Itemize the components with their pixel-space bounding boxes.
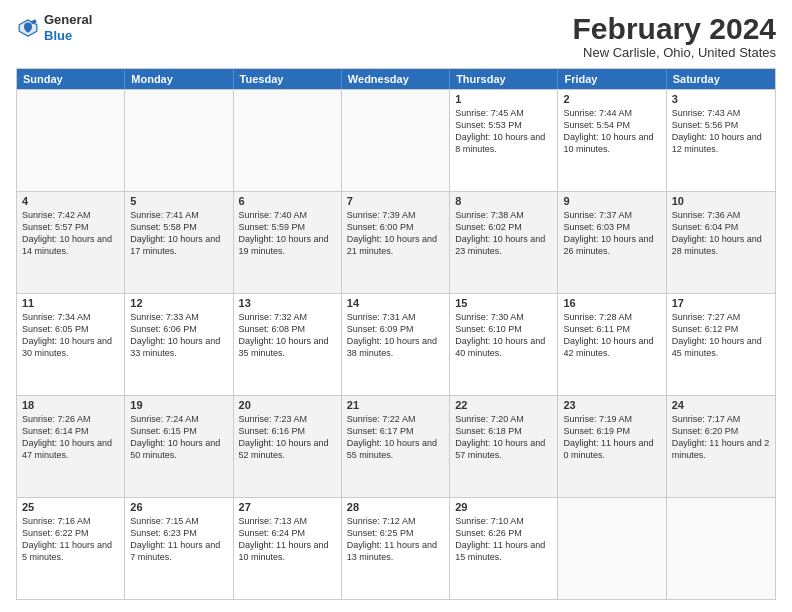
cell-info: Sunrise: 7:38 AM Sunset: 6:02 PM Dayligh… bbox=[455, 209, 552, 258]
cell-date: 1 bbox=[455, 93, 552, 105]
cell-info: Sunrise: 7:13 AM Sunset: 6:24 PM Dayligh… bbox=[239, 515, 336, 564]
cell-info: Sunrise: 7:19 AM Sunset: 6:19 PM Dayligh… bbox=[563, 413, 660, 462]
logo-icon bbox=[16, 16, 40, 40]
cell-date: 12 bbox=[130, 297, 227, 309]
calendar-cell-day-19: 19Sunrise: 7:24 AM Sunset: 6:15 PM Dayli… bbox=[125, 396, 233, 497]
cell-date: 18 bbox=[22, 399, 119, 411]
calendar-cell-day-14: 14Sunrise: 7:31 AM Sunset: 6:09 PM Dayli… bbox=[342, 294, 450, 395]
cell-info: Sunrise: 7:37 AM Sunset: 6:03 PM Dayligh… bbox=[563, 209, 660, 258]
cell-date: 2 bbox=[563, 93, 660, 105]
cell-date: 15 bbox=[455, 297, 552, 309]
calendar-cell-empty bbox=[558, 498, 666, 599]
cell-date: 6 bbox=[239, 195, 336, 207]
calendar-week-5: 25Sunrise: 7:16 AM Sunset: 6:22 PM Dayli… bbox=[17, 497, 775, 599]
cell-info: Sunrise: 7:31 AM Sunset: 6:09 PM Dayligh… bbox=[347, 311, 444, 360]
cell-info: Sunrise: 7:41 AM Sunset: 5:58 PM Dayligh… bbox=[130, 209, 227, 258]
calendar-subtitle: New Carlisle, Ohio, United States bbox=[573, 45, 776, 60]
cell-date: 28 bbox=[347, 501, 444, 513]
calendar-cell-day-5: 5Sunrise: 7:41 AM Sunset: 5:58 PM Daylig… bbox=[125, 192, 233, 293]
header-friday: Friday bbox=[558, 69, 666, 89]
cell-date: 25 bbox=[22, 501, 119, 513]
logo-general: General bbox=[44, 12, 92, 28]
calendar-cell-day-24: 24Sunrise: 7:17 AM Sunset: 6:20 PM Dayli… bbox=[667, 396, 775, 497]
cell-date: 19 bbox=[130, 399, 227, 411]
cell-date: 11 bbox=[22, 297, 119, 309]
calendar-cell-day-23: 23Sunrise: 7:19 AM Sunset: 6:19 PM Dayli… bbox=[558, 396, 666, 497]
calendar-cell-day-13: 13Sunrise: 7:32 AM Sunset: 6:08 PM Dayli… bbox=[234, 294, 342, 395]
calendar-cell-empty bbox=[234, 90, 342, 191]
cell-date: 29 bbox=[455, 501, 552, 513]
calendar-cell-day-16: 16Sunrise: 7:28 AM Sunset: 6:11 PM Dayli… bbox=[558, 294, 666, 395]
calendar-body: 1Sunrise: 7:45 AM Sunset: 5:53 PM Daylig… bbox=[17, 89, 775, 599]
header-tuesday: Tuesday bbox=[234, 69, 342, 89]
cell-info: Sunrise: 7:26 AM Sunset: 6:14 PM Dayligh… bbox=[22, 413, 119, 462]
calendar-title: February 2024 bbox=[573, 12, 776, 45]
cell-info: Sunrise: 7:42 AM Sunset: 5:57 PM Dayligh… bbox=[22, 209, 119, 258]
header: General Blue February 2024 New Carlisle,… bbox=[16, 12, 776, 60]
cell-info: Sunrise: 7:40 AM Sunset: 5:59 PM Dayligh… bbox=[239, 209, 336, 258]
calendar-cell-day-7: 7Sunrise: 7:39 AM Sunset: 6:00 PM Daylig… bbox=[342, 192, 450, 293]
calendar-cell-day-15: 15Sunrise: 7:30 AM Sunset: 6:10 PM Dayli… bbox=[450, 294, 558, 395]
header-saturday: Saturday bbox=[667, 69, 775, 89]
cell-date: 26 bbox=[130, 501, 227, 513]
calendar-cell-day-8: 8Sunrise: 7:38 AM Sunset: 6:02 PM Daylig… bbox=[450, 192, 558, 293]
cell-info: Sunrise: 7:28 AM Sunset: 6:11 PM Dayligh… bbox=[563, 311, 660, 360]
calendar-cell-empty bbox=[17, 90, 125, 191]
cell-info: Sunrise: 7:24 AM Sunset: 6:15 PM Dayligh… bbox=[130, 413, 227, 462]
cell-info: Sunrise: 7:12 AM Sunset: 6:25 PM Dayligh… bbox=[347, 515, 444, 564]
calendar-week-2: 4Sunrise: 7:42 AM Sunset: 5:57 PM Daylig… bbox=[17, 191, 775, 293]
cell-date: 27 bbox=[239, 501, 336, 513]
cell-info: Sunrise: 7:15 AM Sunset: 6:23 PM Dayligh… bbox=[130, 515, 227, 564]
cell-info: Sunrise: 7:16 AM Sunset: 6:22 PM Dayligh… bbox=[22, 515, 119, 564]
cell-date: 4 bbox=[22, 195, 119, 207]
logo-blue: Blue bbox=[44, 28, 92, 44]
cell-date: 10 bbox=[672, 195, 770, 207]
calendar: Sunday Monday Tuesday Wednesday Thursday… bbox=[16, 68, 776, 600]
cell-info: Sunrise: 7:17 AM Sunset: 6:20 PM Dayligh… bbox=[672, 413, 770, 462]
calendar-cell-empty bbox=[125, 90, 233, 191]
calendar-cell-day-17: 17Sunrise: 7:27 AM Sunset: 6:12 PM Dayli… bbox=[667, 294, 775, 395]
logo-text: General Blue bbox=[44, 12, 92, 43]
cell-date: 14 bbox=[347, 297, 444, 309]
cell-info: Sunrise: 7:36 AM Sunset: 6:04 PM Dayligh… bbox=[672, 209, 770, 258]
calendar-cell-day-10: 10Sunrise: 7:36 AM Sunset: 6:04 PM Dayli… bbox=[667, 192, 775, 293]
calendar-cell-day-9: 9Sunrise: 7:37 AM Sunset: 6:03 PM Daylig… bbox=[558, 192, 666, 293]
page: General Blue February 2024 New Carlisle,… bbox=[0, 0, 792, 612]
calendar-cell-day-11: 11Sunrise: 7:34 AM Sunset: 6:05 PM Dayli… bbox=[17, 294, 125, 395]
calendar-cell-day-26: 26Sunrise: 7:15 AM Sunset: 6:23 PM Dayli… bbox=[125, 498, 233, 599]
header-wednesday: Wednesday bbox=[342, 69, 450, 89]
calendar-cell-day-1: 1Sunrise: 7:45 AM Sunset: 5:53 PM Daylig… bbox=[450, 90, 558, 191]
cell-date: 23 bbox=[563, 399, 660, 411]
calendar-cell-empty bbox=[342, 90, 450, 191]
cell-date: 21 bbox=[347, 399, 444, 411]
cell-info: Sunrise: 7:44 AM Sunset: 5:54 PM Dayligh… bbox=[563, 107, 660, 156]
cell-info: Sunrise: 7:23 AM Sunset: 6:16 PM Dayligh… bbox=[239, 413, 336, 462]
cell-date: 7 bbox=[347, 195, 444, 207]
cell-date: 20 bbox=[239, 399, 336, 411]
header-sunday: Sunday bbox=[17, 69, 125, 89]
calendar-header-row: Sunday Monday Tuesday Wednesday Thursday… bbox=[17, 69, 775, 89]
cell-date: 24 bbox=[672, 399, 770, 411]
calendar-cell-day-18: 18Sunrise: 7:26 AM Sunset: 6:14 PM Dayli… bbox=[17, 396, 125, 497]
cell-info: Sunrise: 7:45 AM Sunset: 5:53 PM Dayligh… bbox=[455, 107, 552, 156]
cell-date: 3 bbox=[672, 93, 770, 105]
cell-date: 8 bbox=[455, 195, 552, 207]
calendar-week-3: 11Sunrise: 7:34 AM Sunset: 6:05 PM Dayli… bbox=[17, 293, 775, 395]
cell-date: 13 bbox=[239, 297, 336, 309]
cell-date: 17 bbox=[672, 297, 770, 309]
cell-date: 22 bbox=[455, 399, 552, 411]
calendar-cell-day-2: 2Sunrise: 7:44 AM Sunset: 5:54 PM Daylig… bbox=[558, 90, 666, 191]
calendar-cell-day-29: 29Sunrise: 7:10 AM Sunset: 6:26 PM Dayli… bbox=[450, 498, 558, 599]
calendar-cell-empty bbox=[667, 498, 775, 599]
calendar-cell-day-21: 21Sunrise: 7:22 AM Sunset: 6:17 PM Dayli… bbox=[342, 396, 450, 497]
title-block: February 2024 New Carlisle, Ohio, United… bbox=[573, 12, 776, 60]
cell-date: 9 bbox=[563, 195, 660, 207]
calendar-cell-day-4: 4Sunrise: 7:42 AM Sunset: 5:57 PM Daylig… bbox=[17, 192, 125, 293]
calendar-week-4: 18Sunrise: 7:26 AM Sunset: 6:14 PM Dayli… bbox=[17, 395, 775, 497]
calendar-cell-day-27: 27Sunrise: 7:13 AM Sunset: 6:24 PM Dayli… bbox=[234, 498, 342, 599]
cell-date: 5 bbox=[130, 195, 227, 207]
calendar-week-1: 1Sunrise: 7:45 AM Sunset: 5:53 PM Daylig… bbox=[17, 89, 775, 191]
calendar-cell-day-25: 25Sunrise: 7:16 AM Sunset: 6:22 PM Dayli… bbox=[17, 498, 125, 599]
cell-info: Sunrise: 7:39 AM Sunset: 6:00 PM Dayligh… bbox=[347, 209, 444, 258]
cell-info: Sunrise: 7:43 AM Sunset: 5:56 PM Dayligh… bbox=[672, 107, 770, 156]
